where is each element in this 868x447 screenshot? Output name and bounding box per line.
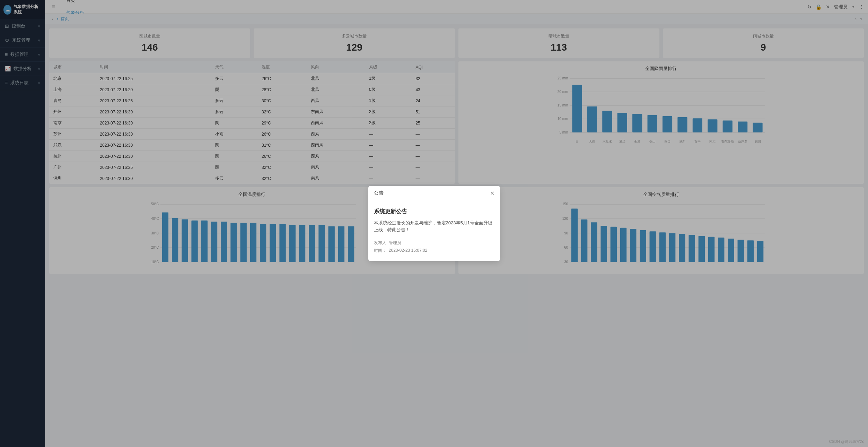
modal-sender-name: 管理员 [389,240,401,245]
modal-header: 公告 ✕ [368,186,500,201]
modal-close-button[interactable]: ✕ [490,190,494,197]
modal-body: 系统更新公告 本系统经过漫长的开发与维护，暂定2023年5月1号全面升级上线，特… [368,201,500,261]
modal-sender-label: 发布人 [374,240,386,245]
modal-overlay[interactable]: 公告 ✕ 系统更新公告 本系统经过漫长的开发与维护，暂定2023年5月1号全面升… [0,0,868,447]
announcement-modal: 公告 ✕ 系统更新公告 本系统经过漫长的开发与维护，暂定2023年5月1号全面升… [368,186,500,261]
modal-footer: 发布人 管理员 时间： 2023-02-23 16:07:02 [374,239,494,254]
modal-time-value: 2023-02-23 16:07:02 [389,248,427,253]
modal-header-title: 公告 [374,190,384,196]
modal-main-title: 系统更新公告 [374,208,494,215]
modal-time-label: 时间： [374,248,386,253]
modal-content-text: 本系统经过漫长的开发与维护，暂定2023年5月1号全面升级上线，特此公告！ [374,220,494,234]
